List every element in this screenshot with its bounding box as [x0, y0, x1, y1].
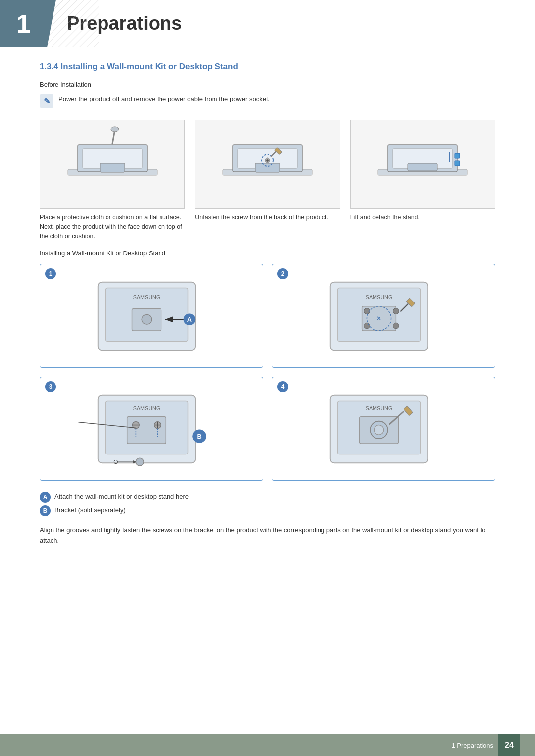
- legend-text-a: Attach the wall-mount kit or desktop sta…: [54, 492, 189, 500]
- chapter-number: 1: [16, 9, 31, 39]
- step-images-row: Place a protective cloth or cushion on a…: [40, 120, 495, 241]
- svg-point-31: [142, 314, 152, 324]
- badge-b: B: [40, 505, 51, 516]
- legend-item-b: B Bracket (sold separately): [40, 505, 495, 516]
- before-install-label: Before Installation: [40, 81, 495, 88]
- svg-point-64: [136, 458, 144, 466]
- step-image-placeholder-2: [195, 120, 340, 209]
- svg-rect-25: [455, 153, 460, 158]
- diagram-cell-4: 4 SAMSUNG: [272, 377, 495, 481]
- step-image-placeholder-3: [350, 120, 495, 209]
- svg-text:SAMSUNG: SAMSUNG: [365, 294, 392, 300]
- svg-rect-23: [408, 163, 437, 171]
- footer-section-text: 1 Preparations: [451, 742, 493, 749]
- step-caption-3: Lift and detach the stand.: [350, 213, 495, 222]
- svg-text:A: A: [187, 316, 191, 323]
- svg-point-71: [374, 425, 384, 435]
- svg-rect-51: [127, 417, 166, 444]
- svg-text:SAMSUNG: SAMSUNG: [133, 405, 160, 411]
- section-title: 1.3.4 Installing a Wall-mount Kit or Des…: [40, 62, 495, 72]
- svg-rect-7: [100, 163, 125, 172]
- svg-point-43: [393, 323, 399, 329]
- diagram-cell-2: 2 SAMSUNG ×: [272, 264, 495, 368]
- legend-item-a: A Attach the wall-mount kit or desktop s…: [40, 492, 495, 503]
- svg-point-9: [111, 127, 119, 132]
- main-content: 1.3.4 Installing a Wall-mount Kit or Des…: [0, 47, 535, 586]
- note-icon: ✎: [40, 94, 54, 108]
- diagram-num-1: 1: [45, 268, 56, 279]
- note-text: Power the product off and remove the pow…: [58, 94, 269, 104]
- body-text: Align the grooves and tightly fasten the…: [40, 525, 495, 546]
- step-image-placeholder-1: [40, 120, 185, 209]
- svg-text:×: ×: [377, 315, 381, 322]
- chapter-number-block: 1: [0, 0, 47, 47]
- svg-text:✎: ✎: [44, 97, 50, 105]
- step-image-1: Place a protective cloth or cushion on a…: [40, 120, 185, 241]
- svg-point-42: [364, 323, 370, 329]
- page-footer: 1 Preparations 24: [0, 734, 535, 756]
- legend-list: A Attach the wall-mount kit or desktop s…: [40, 492, 495, 516]
- svg-point-41: [393, 308, 399, 314]
- install-section-label: Installing a Wall-mount Kit or Desktop S…: [40, 250, 495, 257]
- diagram-num-4: 4: [277, 381, 288, 392]
- note-box: ✎ Power the product off and remove the p…: [40, 94, 495, 108]
- legend-text-b: Bracket (sold separately): [54, 505, 126, 514]
- svg-rect-13: [255, 163, 280, 172]
- footer-page-number: 24: [498, 734, 520, 756]
- diagram-cell-1: 1 SAMSUNG A: [40, 264, 263, 368]
- step-caption-2: Unfasten the screw from the back of the …: [195, 213, 340, 222]
- step-image-2: Unfasten the screw from the back of the …: [195, 120, 340, 241]
- step-image-3: Lift and detach the stand.: [350, 120, 495, 241]
- svg-rect-26: [455, 161, 460, 166]
- badge-a: A: [40, 492, 51, 503]
- diagram-num-3: 3: [45, 381, 56, 392]
- step-caption-1: Place a protective cloth or cushion on a…: [40, 213, 185, 241]
- svg-text:SAMSUNG: SAMSUNG: [133, 294, 160, 300]
- diagram-num-2: 2: [277, 268, 288, 279]
- diagram-grid: 1 SAMSUNG A: [40, 264, 495, 481]
- svg-text:O: O: [113, 458, 118, 465]
- svg-text:SAMSUNG: SAMSUNG: [365, 405, 392, 411]
- diagram-cell-3: 3 SAMSUNG B O: [40, 377, 263, 481]
- svg-text:B: B: [197, 433, 201, 440]
